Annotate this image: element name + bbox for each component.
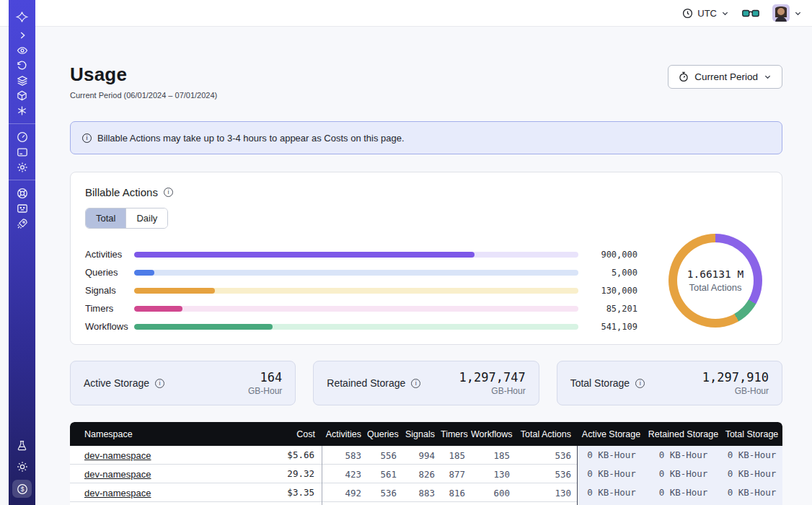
flask-icon[interactable]	[9, 438, 35, 453]
chevron-down-icon	[721, 9, 729, 17]
gear-icon[interactable]	[9, 159, 35, 175]
namespace-usage-table: NamespaceCostActivitiesQueriesSignalsTim…	[70, 422, 782, 505]
bar-fill	[134, 306, 182, 312]
info-icon[interactable]	[155, 379, 164, 388]
cell-namespace: dev-namespace	[70, 450, 236, 461]
cell-timers: 816	[441, 488, 471, 499]
chevron-right-icon[interactable]	[9, 27, 35, 43]
page-title: Usage	[70, 63, 217, 86]
column-header: Activities	[322, 429, 367, 439]
bar-label: Timers	[85, 303, 134, 314]
cell-signals: 826	[402, 469, 441, 480]
donut-total-label: Total Actions	[689, 282, 742, 293]
active-storage-label: Active Storage	[84, 377, 149, 389]
eye-icon[interactable]	[9, 43, 35, 58]
total-storage-unit: GB-Hour	[702, 386, 769, 396]
bar-value: 130,000	[587, 286, 637, 296]
cell-activities: 492	[322, 488, 367, 499]
layers-icon[interactable]	[9, 73, 35, 88]
sidebar: $	[9, 0, 35, 505]
rocket-icon[interactable]	[9, 216, 35, 231]
bar-row-timers: Timers85,201	[85, 299, 637, 317]
cell-active-storage: 0 KB-Hour	[577, 483, 645, 502]
bar-track	[134, 288, 578, 294]
column-header: Queries	[367, 429, 402, 439]
cell-total-actions: 536	[516, 450, 577, 461]
glasses-icon[interactable]	[742, 8, 759, 19]
info-icon[interactable]	[635, 379, 645, 388]
namespace-link[interactable]: dev-namespace	[84, 488, 151, 499]
bar-label: Signals	[85, 285, 134, 296]
avatar	[772, 4, 790, 22]
cell-active-storage: 0 KB-Hour	[577, 446, 645, 465]
table-row: dev-namespace$5.665835569941851855360 KB…	[70, 446, 782, 465]
total-storage-card: Total Storage 1,297,910 GB-Hour	[557, 361, 782, 405]
cell-total-storage	[721, 502, 782, 505]
table-row: dev-namespace$3.354925368838166001300 KB…	[70, 483, 782, 502]
box-icon[interactable]	[9, 88, 35, 103]
cell-queries: 536	[367, 488, 402, 499]
retained-storage-card: Retained Storage 1,297,747 GB-Hour	[313, 361, 539, 405]
cell-total-storage: 0 KB-Hour	[721, 465, 782, 483]
cell-active-storage	[577, 502, 645, 505]
billing-card-icon[interactable]	[9, 144, 35, 159]
table-row-partial	[70, 502, 782, 505]
bar-label: Workflows	[85, 321, 134, 332]
total-daily-tabs: Total Daily	[85, 208, 168, 229]
bar-row-activities: Activities900,000	[85, 245, 637, 263]
info-icon	[82, 133, 92, 143]
cell-total-actions: 536	[516, 469, 577, 480]
bar-value: 5,000	[587, 268, 637, 278]
cell-namespace: dev-namespace	[70, 469, 236, 480]
asterisk-icon[interactable]	[9, 103, 35, 118]
gauge-icon[interactable]	[9, 129, 35, 144]
column-header: Timers	[441, 429, 471, 439]
table-row: dev-namespace29.324235618268771305360 KB…	[70, 465, 782, 483]
temporal-logo-icon[interactable]	[9, 6, 35, 27]
info-banner: Billable Actions may take up to 3-4 hour…	[70, 121, 782, 154]
column-header: Signals	[402, 429, 441, 439]
monitor-icon[interactable]	[9, 201, 35, 216]
cell-timers: 185	[441, 450, 471, 461]
page-subtitle: Current Period (06/01/2024 – 07/01/2024)	[70, 91, 217, 100]
column-header: Retained Storage	[645, 429, 721, 439]
cell-signals: 883	[402, 488, 441, 499]
cell-workflows: 130	[471, 469, 516, 480]
stopwatch-icon	[679, 71, 689, 82]
cell-queries: 561	[367, 469, 402, 480]
cell-retained-storage: 0 KB-Hour	[645, 446, 721, 465]
cell-workflows: 185	[471, 450, 516, 461]
billable-actions-title: Billable Actions	[85, 186, 158, 198]
total-actions-donut: 1.66131 M Total Actions	[668, 234, 762, 328]
chevron-down-icon	[764, 73, 772, 81]
bar-fill	[134, 288, 215, 294]
billable-actions-bar-chart: Activities900,000Queries5,000Signals130,…	[85, 245, 767, 335]
bar-value: 900,000	[587, 250, 637, 260]
main-content: Usage Current Period (06/01/2024 – 07/01…	[35, 27, 812, 505]
bar-track	[134, 306, 578, 312]
namespace-link[interactable]: dev-namespace	[84, 469, 151, 480]
info-icon[interactable]	[164, 188, 173, 197]
donut-total-value: 1.66131 M	[687, 268, 744, 280]
account-menu[interactable]	[772, 4, 802, 22]
cell-activities: 423	[322, 469, 367, 480]
bar-row-workflows: Workflows541,109	[85, 317, 637, 335]
info-icon[interactable]	[411, 379, 420, 388]
total-storage-label: Total Storage	[570, 377, 630, 389]
history-icon[interactable]	[9, 58, 35, 73]
timezone-selector[interactable]: UTC	[682, 8, 729, 19]
topbar: UTC	[0, 0, 812, 27]
cell-total-storage: 0 KB-Hour	[721, 483, 782, 502]
sun-icon[interactable]	[9, 459, 35, 474]
dollar-circle-icon[interactable]: $	[12, 480, 32, 498]
cell-active-storage: 0 KB-Hour	[577, 465, 645, 483]
cell-namespace: dev-namespace	[70, 488, 236, 499]
timezone-label: UTC	[697, 8, 717, 19]
tab-daily[interactable]: Daily	[125, 208, 167, 228]
cell-retained-storage: 0 KB-Hour	[645, 465, 721, 483]
tab-total[interactable]: Total	[86, 208, 125, 228]
namespace-link[interactable]: dev-namespace	[84, 450, 151, 461]
lifebuoy-icon[interactable]	[9, 185, 35, 201]
current-period-dropdown[interactable]: Current Period	[668, 65, 782, 89]
bar-label: Activities	[85, 249, 134, 260]
